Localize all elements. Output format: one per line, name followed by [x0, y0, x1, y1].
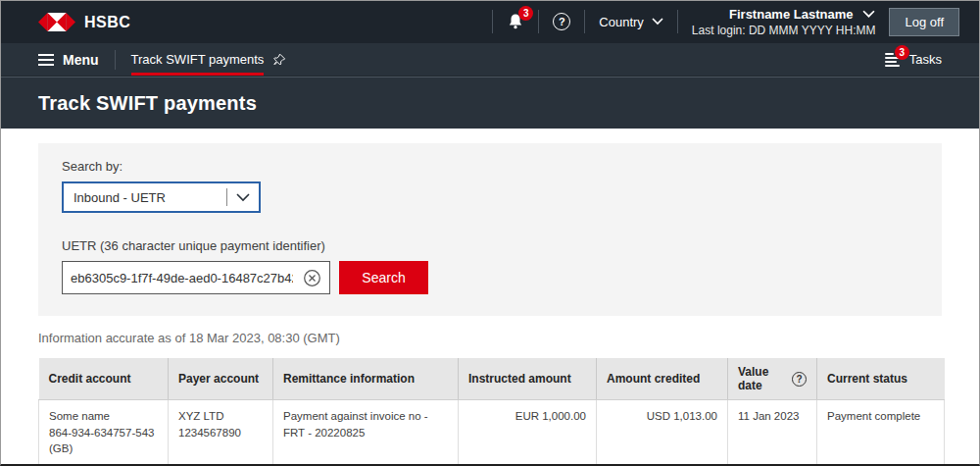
col-credit-account: Credit account	[39, 358, 169, 400]
chevron-down-icon	[862, 10, 875, 19]
credit-account-name: Some name	[49, 408, 158, 425]
user-menu[interactable]: Firstname Lastname	[692, 6, 876, 24]
menu-button[interactable]: Menu	[38, 43, 99, 76]
tasks-list-icon: 3	[885, 53, 900, 67]
hsbc-logo[interactable]: HSBC	[38, 13, 130, 31]
log-off-button[interactable]: Log off	[889, 8, 959, 36]
divider	[584, 10, 585, 33]
main-content: Search by: Inbound - UETR UETR (36 chara…	[1, 143, 979, 466]
uetr-label: UETR (36 character unique payment identi…	[62, 238, 918, 253]
country-label: Country	[599, 15, 644, 29]
divider	[538, 10, 539, 33]
payer-account-name: XYZ LTD	[178, 408, 263, 425]
info-accurate-text: Information accurate as of 18 Mar 2023, …	[38, 331, 942, 345]
navigation-bar: Menu Track SWIFT payments 3 Tasks	[1, 43, 979, 77]
notifications-badge: 3	[518, 6, 533, 21]
uetr-input[interactable]	[63, 262, 301, 293]
search-type-value: Inbound - UETR	[64, 190, 226, 205]
chevron-down-icon	[227, 193, 259, 202]
page-title-band: Track SWIFT payments	[1, 77, 979, 129]
col-remittance-information: Remittance information	[273, 358, 459, 400]
col-value-date: Value date ?	[728, 358, 817, 400]
tab-track-swift-payments[interactable]: Track SWIFT payments	[131, 43, 287, 76]
cell-current-status: Payment complete	[817, 400, 945, 466]
notifications-button[interactable]: 3	[507, 13, 524, 30]
table-row[interactable]: Some name 864-934-634757-543 (GB) XYZ LT…	[39, 400, 945, 466]
cell-amount-credited: USD 1,013.00	[597, 400, 728, 466]
hsbc-hexagon-icon	[38, 13, 75, 31]
value-date-help-icon[interactable]: ?	[792, 372, 807, 387]
tasks-label: Tasks	[909, 52, 942, 67]
hamburger-icon	[38, 54, 54, 66]
help-button[interactable]: ?	[553, 13, 570, 30]
last-login-text: Last login: DD MMM YYYY HH:MM	[692, 23, 876, 38]
search-button[interactable]: Search	[339, 261, 428, 294]
country-selector[interactable]: Country	[599, 15, 663, 29]
app-window: HSBC 3 ? Country	[0, 0, 980, 466]
help-icon: ?	[553, 13, 570, 30]
credit-account-number: 864-934-634757-543 (GB)	[49, 425, 158, 457]
divider	[115, 50, 116, 70]
tasks-button[interactable]: 3 Tasks	[885, 52, 942, 67]
col-instructed-amount: Instructed amount	[459, 358, 597, 400]
user-info: Firstname Lastname Last login: DD MMM YY…	[692, 6, 876, 39]
search-panel: Search by: Inbound - UETR UETR (36 chara…	[38, 143, 942, 316]
menu-label: Menu	[63, 52, 99, 68]
divider	[492, 10, 493, 33]
user-name: Firstname Lastname	[729, 6, 853, 24]
active-tab-label: Track SWIFT payments	[131, 43, 265, 76]
brand-name: HSBC	[84, 14, 130, 31]
tasks-badge: 3	[895, 45, 909, 60]
value-date-label: Value date	[738, 365, 784, 392]
page-title: Track SWIFT payments	[38, 92, 257, 115]
cell-credit-account: Some name 864-934-634757-543 (GB)	[39, 400, 169, 466]
cell-remittance-information: Payment against invoice no - FRT - 20220…	[273, 400, 459, 466]
col-current-status: Current status	[817, 358, 945, 400]
cell-instructed-amount: EUR 1,000.00	[459, 400, 597, 466]
cell-payer-account: XYZ LTD 1234567890	[169, 400, 273, 466]
cell-value-date: 11 Jan 2023	[728, 400, 817, 466]
top-header-bar: HSBC 3 ? Country	[1, 1, 979, 43]
payments-table: Credit account Payer account Remittance …	[38, 358, 945, 466]
search-by-label: Search by:	[62, 159, 918, 174]
search-type-dropdown[interactable]: Inbound - UETR	[62, 181, 261, 213]
clear-input-icon[interactable]	[301, 269, 329, 287]
table-header-row: Credit account Payer account Remittance …	[39, 358, 945, 400]
col-payer-account: Payer account	[169, 358, 273, 400]
divider	[677, 10, 678, 33]
pin-icon[interactable]	[272, 53, 286, 67]
payer-account-number: 1234567890	[178, 425, 263, 441]
col-amount-credited: Amount credited	[597, 358, 728, 400]
chevron-down-icon	[652, 18, 663, 26]
uetr-input-wrap	[62, 261, 330, 294]
